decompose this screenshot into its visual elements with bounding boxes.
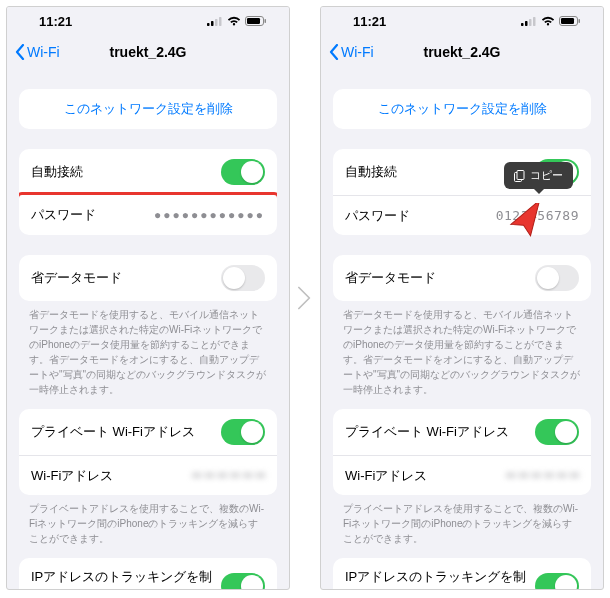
status-icons [521, 16, 581, 26]
transition-arrow [298, 283, 312, 313]
cellular-icon [521, 16, 537, 26]
status-time: 11:21 [353, 14, 386, 29]
forget-network-label: このネットワーク設定を削除 [345, 100, 579, 118]
private-address-toggle[interactable] [221, 419, 265, 445]
svg-rect-10 [533, 17, 536, 26]
limit-tracking-row[interactable]: IPアドレスのトラッキングを制限 [19, 558, 277, 589]
nav-title: truekt_2.4G [321, 44, 603, 60]
low-data-note: 省データモードを使用すると、モバイル通信ネットワークまたは選択された特定のWi-… [321, 301, 603, 397]
phone-right: 11:21 Wi-Fi truekt_2.4G このネットワーク設定を削除 [320, 6, 604, 590]
low-data-toggle[interactable] [535, 265, 579, 291]
battery-icon [559, 16, 581, 26]
wifi-address-value: •• •• •• •• •• •• [506, 468, 579, 483]
svg-rect-12 [561, 18, 574, 24]
svg-rect-7 [521, 23, 524, 26]
low-data-toggle[interactable] [221, 265, 265, 291]
private-address-label: プライベート Wi-Fiアドレス [345, 423, 509, 441]
password-label: パスワード [345, 207, 410, 225]
private-address-label: プライベート Wi-Fiアドレス [31, 423, 195, 441]
wifi-address-label: Wi-Fiアドレス [31, 467, 113, 485]
status-time: 11:21 [39, 14, 72, 29]
limit-tracking-toggle[interactable] [535, 573, 579, 589]
copy-label: コピー [530, 168, 563, 183]
battery-icon [245, 16, 267, 26]
copy-popover[interactable]: コピー [504, 162, 573, 189]
nav-bar: Wi-Fi truekt_2.4G [7, 35, 289, 69]
nav-title: truekt_2.4G [7, 44, 289, 60]
svg-rect-5 [247, 18, 260, 24]
status-bar: 11:21 [7, 7, 289, 35]
forget-network-button[interactable]: このネットワーク設定を削除 [333, 89, 591, 129]
password-row[interactable]: コピー パスワード 0123456789 [333, 195, 591, 235]
auto-join-toggle[interactable] [221, 159, 265, 185]
annotation-arrow-icon [501, 203, 547, 247]
cellular-icon [207, 16, 223, 26]
low-data-label: 省データモード [31, 269, 122, 287]
nav-bar: Wi-Fi truekt_2.4G [321, 35, 603, 69]
svg-rect-3 [219, 17, 222, 26]
phone-left: 11:21 Wi-Fi truekt_2.4G このネットワーク設定を削除 [6, 6, 290, 590]
limit-tracking-label: IPアドレスのトラッキングを制限 [31, 568, 221, 589]
copy-icon [514, 170, 525, 182]
svg-rect-13 [579, 19, 581, 23]
low-data-row[interactable]: 省データモード [19, 255, 277, 301]
private-address-row[interactable]: プライベート Wi-Fiアドレス [19, 409, 277, 455]
auto-join-label: 自動接続 [345, 163, 397, 181]
auto-join-label: 自動接続 [31, 163, 83, 181]
svg-rect-1 [211, 21, 214, 26]
svg-rect-0 [207, 23, 210, 26]
private-address-note: プライベートアドレスを使用することで、複数のWi-Fiネットワーク間のiPhon… [7, 495, 289, 546]
svg-rect-8 [525, 21, 528, 26]
password-masked: ●●●●●●●●●●●● [154, 208, 265, 222]
private-address-toggle[interactable] [535, 419, 579, 445]
forget-network-button[interactable]: このネットワーク設定を削除 [19, 89, 277, 129]
wifi-icon [541, 16, 555, 26]
svg-rect-15 [517, 170, 524, 179]
limit-tracking-label: IPアドレスのトラッキングを制限 [345, 568, 535, 589]
low-data-note: 省データモードを使用すると、モバイル通信ネットワークまたは選択された特定のWi-… [7, 301, 289, 397]
wifi-address-label: Wi-Fiアドレス [345, 467, 427, 485]
auto-join-row[interactable]: 自動接続 [19, 149, 277, 195]
svg-rect-2 [215, 19, 218, 26]
private-address-note: プライベートアドレスを使用することで、複数のWi-Fiネットワーク間のiPhon… [321, 495, 603, 546]
forget-network-label: このネットワーク設定を削除 [31, 100, 265, 118]
low-data-row[interactable]: 省データモード [333, 255, 591, 301]
svg-rect-6 [265, 19, 267, 23]
svg-rect-9 [529, 19, 532, 26]
wifi-address-row: Wi-Fiアドレス •• •• •• •• •• •• [333, 455, 591, 495]
password-label: パスワード [31, 206, 96, 224]
private-address-row[interactable]: プライベート Wi-Fiアドレス [333, 409, 591, 455]
wifi-address-value: •• •• •• •• •• •• [192, 468, 265, 483]
low-data-label: 省データモード [345, 269, 436, 287]
password-row[interactable]: パスワード ●●●●●●●●●●●● [19, 195, 277, 235]
limit-tracking-row[interactable]: IPアドレスのトラッキングを制限 [333, 558, 591, 589]
limit-tracking-toggle[interactable] [221, 573, 265, 589]
wifi-address-row: Wi-Fiアドレス •• •• •• •• •• •• [19, 455, 277, 495]
status-icons [207, 16, 267, 26]
status-bar: 11:21 [321, 7, 603, 35]
wifi-icon [227, 16, 241, 26]
